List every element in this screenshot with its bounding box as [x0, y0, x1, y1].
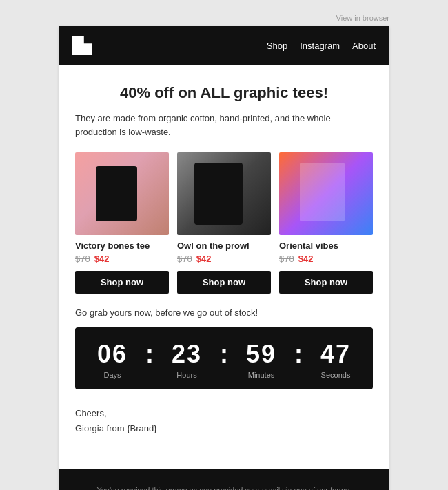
countdown-hours-value: 23 — [172, 340, 202, 368]
countdown-seconds-label: Seconds — [321, 371, 351, 379]
product-card-1: Victory bones tee $70 $42 Shop now — [75, 152, 169, 294]
countdown-hours-label: Hours — [176, 371, 196, 379]
view-in-browser-link[interactable]: View in browser — [59, 14, 389, 22]
email-container: Shop Instagram About 40% off on ALL grap… — [59, 26, 389, 490]
product-pricing-3: $70 $42 — [279, 254, 373, 264]
signoff: Cheers, Giorgia from {Brand} — [75, 406, 373, 436]
countdown-separator-1: : — [143, 340, 156, 369]
product-card-2: Owl on the prowl $70 $42 Shop now — [177, 152, 271, 294]
price-old-1: $70 — [75, 254, 90, 264]
countdown-days: 06 Days — [82, 340, 143, 379]
price-new-1: $42 — [94, 254, 110, 264]
countdown-minutes-label: Minutes — [248, 371, 275, 379]
countdown-separator-2: : — [217, 340, 231, 369]
shop-button-1[interactable]: Shop now — [75, 271, 169, 294]
nav-instagram[interactable]: Instagram — [300, 41, 340, 51]
email-header: Shop Instagram About — [59, 26, 389, 65]
brand-logo — [72, 36, 92, 55]
countdown-hours: 23 Hours — [156, 340, 217, 379]
countdown-seconds: 47 Seconds — [305, 340, 366, 379]
product-name-3: Oriental vibes — [279, 241, 373, 251]
product-image-2 — [177, 152, 271, 235]
countdown-seconds-value: 47 — [320, 340, 351, 368]
countdown-separator-3: : — [292, 340, 305, 369]
product-name-1: Victory bones tee — [75, 241, 169, 251]
price-old-3: $70 — [279, 254, 294, 264]
product-card-3: Oriental vibes $70 $42 Shop now — [279, 152, 373, 294]
product-pricing-1: $70 $42 — [75, 254, 169, 264]
product-image-3 — [279, 152, 373, 235]
shop-button-3[interactable]: Shop now — [279, 271, 373, 294]
price-new-3: $42 — [298, 254, 314, 264]
email-footer: You've received this promo as you provid… — [59, 469, 389, 490]
signoff-line1: Cheers, — [75, 406, 373, 421]
promo-title: 40% off on ALL graphic tees! — [75, 84, 373, 102]
countdown-days-value: 06 — [97, 340, 128, 368]
product-name-2: Owl on the prowl — [177, 241, 271, 251]
signoff-line2: Giorgia from {Brand} — [75, 421, 373, 436]
price-old-2: $70 — [177, 254, 192, 264]
price-new-2: $42 — [196, 254, 212, 264]
header-nav: Shop Instagram About — [267, 41, 376, 51]
countdown-days-label: Days — [103, 371, 121, 379]
shop-button-2[interactable]: Shop now — [177, 271, 271, 294]
main-content: 40% off on ALL graphic tees! They are ma… — [59, 65, 389, 469]
nav-about[interactable]: About — [352, 41, 376, 51]
countdown-minutes-value: 59 — [246, 340, 276, 368]
urgency-text: Go grab yours now, before we go out of s… — [75, 307, 373, 318]
footer-notice: You've received this promo as you provid… — [75, 484, 373, 490]
products-grid: Victory bones tee $70 $42 Shop now Owl o… — [75, 152, 373, 294]
countdown-timer: 06 Days : 23 Hours : 59 Minutes : 47 Sec… — [75, 327, 373, 389]
product-image-1 — [75, 152, 169, 235]
countdown-minutes: 59 Minutes — [231, 340, 292, 379]
promo-description: They are made from organic cotton, hand-… — [75, 112, 373, 139]
nav-shop[interactable]: Shop — [267, 41, 287, 51]
product-pricing-2: $70 $42 — [177, 254, 271, 264]
